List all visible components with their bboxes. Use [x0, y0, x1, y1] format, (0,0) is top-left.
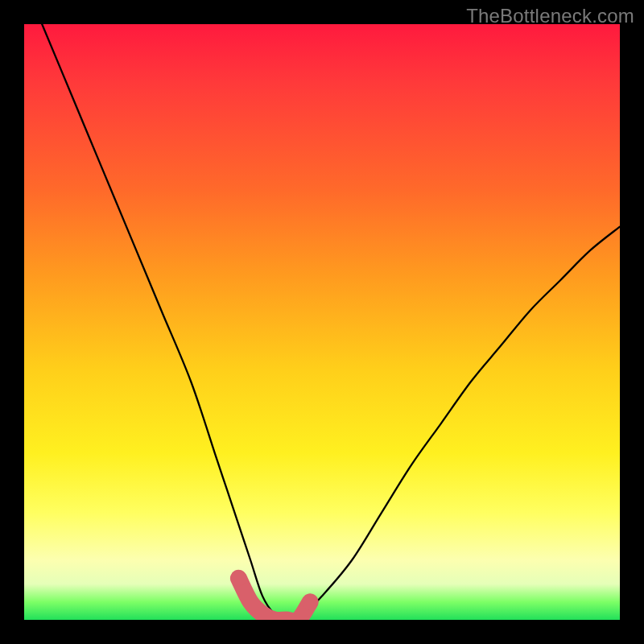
chart-frame: TheBottleneck.com [0, 0, 644, 644]
plot-area [24, 24, 620, 620]
highlight-dot-start [230, 570, 246, 586]
bottleneck-curve [42, 24, 620, 620]
optimal-zone-highlight [238, 578, 310, 620]
highlight-dot-end [302, 594, 318, 610]
watermark-text: TheBottleneck.com [466, 5, 634, 27]
curve-svg [24, 24, 620, 620]
